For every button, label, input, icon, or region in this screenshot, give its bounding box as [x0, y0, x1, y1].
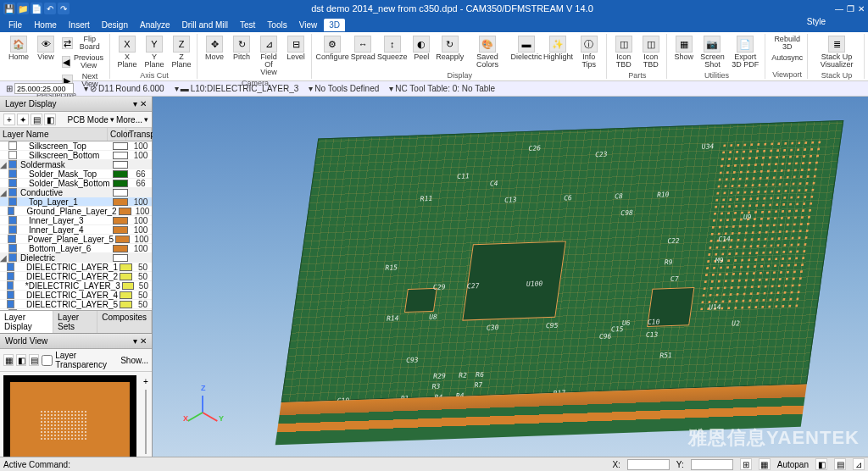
grid-icon[interactable]: ⊞ [6, 84, 13, 93]
squeeze-button[interactable]: ↕Squeeze [377, 34, 407, 63]
layer-row[interactable]: DIELECTRIC_LAYER_450 [0, 291, 152, 300]
x-plane-button[interactable]: XX Plane [114, 34, 140, 70]
tab-composites[interactable]: Composites [97, 311, 152, 333]
layer-checkbox[interactable] [8, 235, 15, 243]
layer-checkbox[interactable] [8, 160, 17, 169]
panel-pin-icon[interactable]: ▾ ✕ [133, 99, 147, 108]
color-swatch[interactable] [119, 208, 131, 215]
layer-transparency-checkbox[interactable] [42, 355, 53, 366]
layer-checkbox[interactable] [7, 291, 14, 299]
y-plane-button[interactable]: YY Plane [142, 34, 167, 70]
sb-icon-4[interactable]: ▤ [834, 458, 846, 470]
color-swatch[interactable] [113, 142, 128, 150]
y-coord-input[interactable] [691, 459, 733, 470]
layer-checkbox[interactable] [7, 281, 14, 290]
color-swatch[interactable] [113, 170, 128, 178]
menu-insert[interactable]: Insert [64, 19, 95, 31]
close-button[interactable]: ✕ [858, 4, 865, 14]
layer-checkbox[interactable] [7, 263, 14, 271]
tab-layer-display[interactable]: Layer Display [0, 311, 53, 333]
sb-icon-1[interactable]: ⊞ [740, 458, 752, 470]
layer-tool3-icon[interactable]: ◧ [44, 114, 56, 125]
layer-tool-icon[interactable]: ✦ [17, 114, 29, 125]
layer-checkbox[interactable] [8, 188, 17, 197]
wv-tool1-icon[interactable]: ▦ [3, 354, 14, 366]
tab-layer-sets[interactable]: Layer Sets [53, 311, 97, 333]
layer-row[interactable]: DIELECTRIC_LAYER_550 [0, 300, 152, 309]
rebuild-3d-button[interactable]: Rebuild 3D [770, 34, 804, 53]
qat-undo-icon[interactable]: ↶ [44, 3, 56, 14]
layer-row[interactable]: ◢Conductive [0, 188, 152, 197]
autosync-button[interactable]: Autosync [770, 53, 804, 64]
icon-tbd-1[interactable]: ◫Icon TBD [611, 34, 637, 70]
layer-tool2-icon[interactable]: ▤ [31, 114, 42, 125]
layer-row[interactable]: Silkscreen_Bottom100 [0, 151, 152, 160]
flip-board-button[interactable]: ⇄Flip Board [60, 34, 107, 53]
layer-checkbox[interactable] [8, 244, 17, 252]
layer-checkbox[interactable] [8, 179, 17, 187]
layer-row[interactable]: ◢Dielectric [0, 253, 152, 263]
3d-viewport[interactable]: C26C23C11C4R11C13C6C8R10U34C98C22C14R15R… [153, 97, 868, 471]
color-swatch[interactable] [113, 161, 128, 169]
prev-view-button[interactable]: ◀Previous View [60, 53, 107, 71]
dielectric-button[interactable]: ▬Dielectric [511, 34, 542, 63]
add-layer-icon[interactable]: + [3, 114, 15, 125]
layer-checkbox[interactable] [8, 253, 17, 262]
color-swatch[interactable] [120, 273, 132, 280]
show-button[interactable]: ▦Show [671, 34, 697, 63]
color-swatch[interactable] [120, 263, 132, 271]
menu-home[interactable]: Home [29, 19, 62, 31]
autopan-toggle[interactable]: Autopan [777, 460, 809, 469]
color-swatch[interactable] [113, 226, 128, 234]
worldview-canvas[interactable] [3, 375, 136, 468]
color-swatch[interactable] [120, 291, 132, 299]
layer-checkbox[interactable] [8, 169, 17, 178]
layer-row[interactable]: Silkscreen_Top100 [0, 141, 152, 151]
layer-row[interactable]: Inner_Layer_3100 [0, 216, 152, 225]
style-dropdown[interactable]: Style [807, 17, 826, 26]
maximize-button[interactable]: ❐ [847, 4, 854, 14]
color-swatch[interactable] [113, 152, 128, 159]
qat-new-icon[interactable]: 📄 [31, 3, 42, 14]
pitch-button[interactable]: ↻Pitch [229, 34, 254, 63]
color-swatch[interactable] [120, 301, 132, 308]
layer-row[interactable]: Bottom_Layer_6100 [0, 244, 152, 253]
color-swatch[interactable] [113, 198, 128, 206]
layer-checkbox[interactable] [8, 197, 17, 206]
z-plane-button[interactable]: ZZ Plane [169, 34, 194, 70]
info-tips-button[interactable]: ⓘInfo Tips [575, 34, 604, 70]
highlight-button[interactable]: ✨Highlight [543, 34, 573, 63]
color-swatch[interactable] [113, 189, 128, 197]
color-swatch[interactable] [122, 282, 134, 290]
zoom-slider[interactable] [145, 390, 147, 454]
color-swatch[interactable] [113, 217, 128, 224]
wv-tool2-icon[interactable]: ◧ [16, 354, 26, 366]
sb-icon-5[interactable]: ⊿ [853, 458, 865, 470]
menu-drill-and-mill[interactable]: Drill and Mill [177, 19, 233, 31]
menu-analyze[interactable]: Analyze [135, 19, 175, 31]
layer-checkbox[interactable] [8, 141, 17, 150]
layer-row[interactable]: *DIELECTRIC_LAYER_350 [0, 281, 152, 291]
layer-row[interactable]: DIELECTRIC_LAYER_250 [0, 272, 152, 281]
wv-pin-icon[interactable]: ▾ ✕ [133, 336, 147, 346]
qat-save-icon[interactable]: 💾 [3, 3, 15, 14]
menu-design[interactable]: Design [97, 19, 133, 31]
color-swatch[interactable] [115, 236, 130, 243]
slider-plus-icon[interactable]: + [143, 377, 148, 386]
stackup-button[interactable]: ≣Stack Up Visualizer [812, 34, 861, 70]
sb-icon-3[interactable]: ◧ [815, 458, 827, 470]
coords-input[interactable] [14, 83, 74, 94]
view-button[interactable]: 👁View [33, 34, 58, 63]
icon-tbd-2[interactable]: ◫Icon TBD [638, 34, 664, 70]
layer-list[interactable]: Silkscreen_Top100Silkscreen_Bottom100◢So… [0, 141, 152, 310]
layer-row[interactable]: Power_Plane_Layer_5100 [0, 235, 152, 244]
layer-row[interactable]: Ground_Plane_Layer_2100 [0, 207, 152, 216]
layer-row[interactable]: Inner_Layer_4100 [0, 225, 152, 235]
more-button[interactable]: More... [116, 115, 142, 125]
level-button[interactable]: ⊟Level [283, 34, 309, 63]
menu-test[interactable]: Test [235, 19, 260, 31]
minimize-button[interactable]: — [835, 4, 843, 14]
menu-tools[interactable]: Tools [262, 19, 292, 31]
layer-checkbox[interactable] [7, 272, 14, 280]
wv-show-button[interactable]: Show... [120, 356, 148, 365]
